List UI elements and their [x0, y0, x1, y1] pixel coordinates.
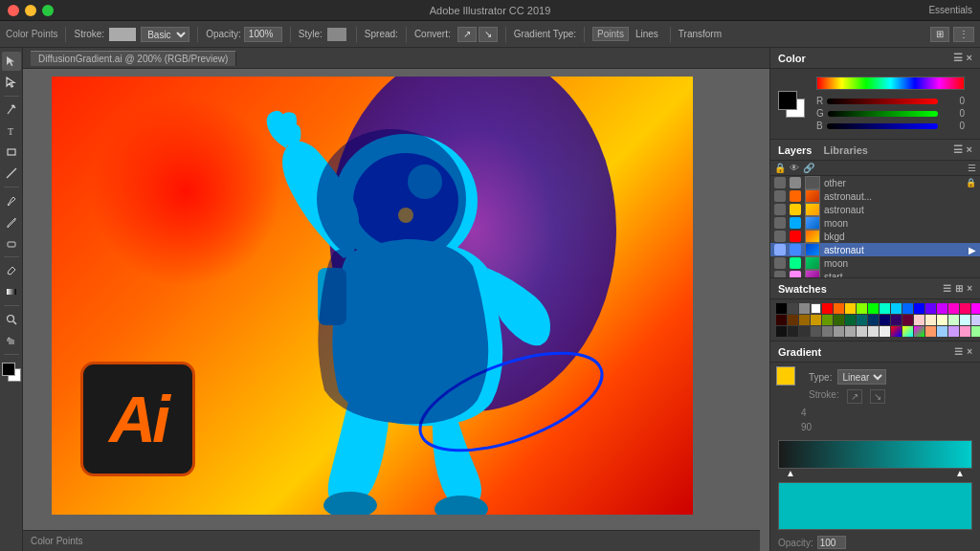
swatch-orange[interactable] — [834, 303, 844, 314]
red-slider[interactable] — [827, 99, 938, 104]
opacity-gradient-input[interactable] — [817, 536, 846, 549]
gradient-tool[interactable] — [2, 282, 21, 301]
swatch-mintgreen[interactable] — [948, 315, 959, 325]
swatches-tab[interactable]: Swatches — [778, 283, 827, 295]
layers-options-icon[interactable]: ☰ — [953, 143, 963, 156]
swatch-white[interactable] — [811, 303, 821, 314]
gradient-tab[interactable]: Gradient — [778, 346, 821, 358]
swatches-list-icon[interactable]: ☰ — [943, 283, 951, 294]
libraries-tab[interactable]: Libraries — [823, 144, 867, 156]
shape-tool[interactable] — [2, 143, 21, 162]
gradient-stroke-icon-1[interactable]: ↗ — [847, 389, 862, 404]
swatch-darknavy[interactable] — [880, 315, 890, 325]
swatch-gold[interactable] — [811, 315, 821, 325]
layer-item-astronaut1[interactable]: astronaut... — [770, 189, 980, 203]
layer-item-moon[interactable]: moon — [770, 216, 980, 230]
gradient-stop-right[interactable]: ▲ — [955, 468, 965, 478]
layer-item-start[interactable]: start — [770, 270, 980, 278]
swatch-navy[interactable] — [868, 315, 879, 325]
swatch-lightcyan[interactable] — [960, 315, 970, 325]
layer-item-moon2[interactable]: moon — [770, 256, 980, 270]
opacity-input[interactable] — [244, 27, 282, 42]
color-tab[interactable]: Color — [778, 53, 806, 64]
points-label[interactable]: Points — [592, 27, 629, 41]
swatch-maroon[interactable] — [902, 315, 913, 325]
color-spectrum[interactable] — [816, 77, 965, 90]
swatch-lightmedgray[interactable] — [834, 326, 844, 337]
swatch-nearblack[interactable] — [776, 326, 787, 337]
hand-tool[interactable] — [2, 331, 21, 350]
foreground-color-swatch[interactable] — [778, 91, 797, 110]
swatch-palegreen[interactable] — [971, 326, 980, 337]
convert-btn-2[interactable]: ↘ — [479, 27, 498, 42]
swatch-gray[interactable] — [799, 303, 810, 314]
paintbrush-tool[interactable] — [2, 191, 21, 210]
artboard[interactable]: Ai — [52, 77, 693, 515]
swatch-magenta[interactable] — [971, 303, 980, 314]
swatch-lime[interactable] — [857, 303, 867, 314]
swatch-forest[interactable] — [845, 315, 856, 325]
swatch-teal[interactable] — [880, 303, 890, 314]
swatch-purple[interactable] — [937, 303, 947, 314]
swatch-cream[interactable] — [937, 315, 947, 325]
swatch-rose[interactable] — [960, 303, 970, 314]
layers-link-icon[interactable]: 🔗 — [803, 163, 814, 173]
panel-close-icon[interactable]: × — [967, 52, 972, 64]
stroke-swatch[interactable] — [109, 28, 136, 41]
gradient-stroke-icon-2[interactable]: ↘ — [870, 389, 885, 404]
layer-item-other[interactable]: other 🔒 — [770, 176, 980, 189]
swatch-darkviolet[interactable] — [891, 315, 902, 325]
swatch-nearwhite[interactable] — [880, 326, 890, 337]
pen-tool[interactable] — [2, 100, 21, 120]
swatch-darkteal[interactable] — [857, 315, 867, 325]
swatch-salmon[interactable] — [925, 326, 936, 337]
type-tool[interactable]: T — [2, 121, 21, 141]
eraser-tool[interactable] — [2, 233, 21, 253]
maximize-button[interactable] — [42, 5, 54, 16]
zoom-tool[interactable] — [2, 310, 21, 329]
swatch-darkred[interactable] — [776, 315, 787, 325]
swatch-lavender[interactable] — [971, 315, 980, 325]
layers-make-icon[interactable]: 🔒 — [774, 163, 786, 173]
layers-menu-icon[interactable]: ☰ — [968, 163, 976, 173]
blue-slider[interactable] — [827, 123, 938, 129]
close-button[interactable] — [8, 5, 19, 16]
minimize-button[interactable] — [25, 5, 36, 16]
swatch-dark[interactable] — [799, 326, 810, 337]
gradient-color-preview[interactable] — [778, 482, 972, 530]
layer-item-astronaut2[interactable]: astronaut — [770, 203, 980, 216]
swatch-darkblue[interactable] — [914, 303, 924, 314]
swatch-black[interactable] — [776, 303, 787, 314]
layer-item-bkgd[interactable]: bkgd — [770, 230, 980, 243]
selection-tool[interactable] — [2, 52, 21, 71]
swatch-olive[interactable] — [822, 315, 833, 325]
swatch-darkgreen[interactable] — [834, 315, 844, 325]
fg-color-swatch[interactable] — [2, 363, 15, 376]
swatch-gradient3[interactable] — [914, 326, 924, 337]
stroke-select[interactable]: Basic — [141, 27, 189, 42]
layers-close-icon[interactable]: × — [967, 143, 972, 156]
swatch-green[interactable] — [868, 303, 879, 314]
swatch-cyan[interactable] — [891, 303, 902, 314]
convert-btn-1[interactable]: ↗ — [457, 27, 477, 42]
gradient-type-select[interactable]: Linear Radial — [837, 369, 886, 385]
swatch-midgray[interactable] — [822, 326, 833, 337]
swatch-violet[interactable] — [925, 303, 936, 314]
layer-item-astronaut-active[interactable]: astronaut ▶ — [770, 243, 980, 256]
canvas-tab[interactable]: DiffusionGradient.ai @ 200% (RGB/Preview… — [23, 48, 769, 69]
swatch-tan[interactable] — [799, 315, 810, 325]
direct-select-tool[interactable] — [2, 73, 21, 92]
swatch-gradient2[interactable] — [902, 326, 913, 337]
style-swatch[interactable] — [327, 28, 346, 41]
swatch-nearlightgray[interactable] — [868, 326, 879, 337]
fg-bg-color-swatches[interactable] — [2, 363, 21, 382]
swatch-darkgray[interactable] — [788, 303, 798, 314]
swatch-verydark[interactable] — [788, 326, 798, 337]
swatch-lightpink[interactable] — [914, 315, 924, 325]
layers-tab[interactable]: Layers — [778, 144, 812, 156]
eyedropper-tool[interactable] — [2, 261, 21, 280]
swatch-red[interactable] — [822, 303, 833, 314]
swatch-pink[interactable] — [948, 303, 959, 314]
options-button[interactable]: ⋮ — [953, 27, 974, 42]
swatch-yellow[interactable] — [845, 303, 856, 314]
